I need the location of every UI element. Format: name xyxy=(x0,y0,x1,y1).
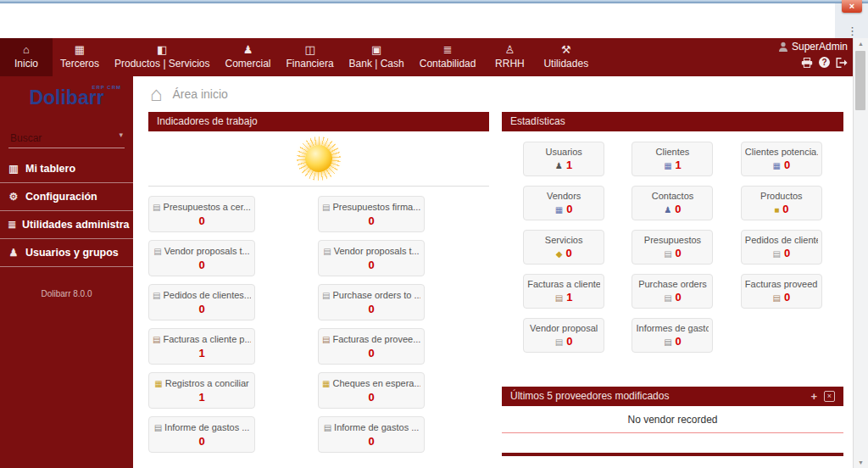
logout-icon[interactable] xyxy=(836,58,848,68)
menubar-tab-label: Comercial xyxy=(225,58,271,74)
sidebar-item-label: Mi tablero xyxy=(25,163,75,175)
menubar-tab[interactable]: ▣ Bank | Cash xyxy=(342,38,412,76)
menubar-tab-label: RRHH xyxy=(491,58,528,74)
company-icon: ▦ xyxy=(664,161,671,170)
sidebar-item[interactable]: ▥ Mi tablero xyxy=(0,155,133,183)
window-close-button[interactable]: × xyxy=(842,0,862,13)
stat-box[interactable]: Usuarios ♟1 xyxy=(523,142,604,176)
search-input[interactable] xyxy=(8,131,128,145)
work-item-label: Pedidos de clientes... xyxy=(163,290,251,300)
work-indicator-box[interactable]: ▤Informe de gastos ... 0 xyxy=(318,416,425,453)
financial-icon: ◫ xyxy=(287,42,334,58)
stat-box[interactable]: Informes de gastos ▤0 xyxy=(632,318,713,353)
work-indicator-box[interactable]: ▤Facturas a cliente p... 1 xyxy=(148,328,255,365)
menubar-tab[interactable]: ◧ Productos | Servicios xyxy=(107,38,218,76)
third-parties-icon: ▦ xyxy=(60,42,99,58)
stat-box[interactable]: Clientes ▦1 xyxy=(632,142,713,176)
breadcrumb: ⌂ Área inicio xyxy=(150,85,868,103)
work-indicator-box[interactable]: ▤Informe de gastos ... 0 xyxy=(148,416,255,453)
menubar-tab[interactable]: ♟ Comercial xyxy=(218,38,279,76)
menubar-tab[interactable]: ◫ Financiera xyxy=(279,38,342,76)
menubar-tab-label: Inicio xyxy=(8,58,45,74)
work-item-value: 0 xyxy=(153,259,251,271)
work-indicator-box[interactable]: ▤Purchase orders to ... 0 xyxy=(318,284,425,320)
menubar-tab[interactable]: ♙ RRHH xyxy=(483,38,536,76)
company-icon: ▦ xyxy=(555,205,563,214)
stat-box[interactable]: Productos ■0 xyxy=(741,186,822,220)
company-icon: ▦ xyxy=(772,161,780,170)
menubar-tab[interactable]: ⌂ Inicio xyxy=(0,38,53,76)
stat-label: Contactos xyxy=(636,191,709,201)
help-icon[interactable]: ? xyxy=(819,57,830,68)
work-item-value: 0 xyxy=(153,303,251,315)
last-vendors-header: Últimos 5 proveedores modificados + × xyxy=(502,387,843,406)
stat-box[interactable]: Servicios ◆0 xyxy=(523,230,604,265)
sidebar-item[interactable]: ⚙ Configuración xyxy=(0,183,133,211)
menubar-tab[interactable]: ≣ Contabilidad xyxy=(412,38,484,76)
work-indicators-header: Indicadores de trabajo xyxy=(148,112,489,131)
menubar-tab[interactable]: ⚒ Utilidades xyxy=(536,38,596,76)
print-icon[interactable] xyxy=(801,58,813,68)
stat-box[interactable]: Clientes potencia... ▦0 xyxy=(741,142,822,176)
window-top-edge xyxy=(0,0,868,3)
work-item-value: 0 xyxy=(322,391,420,404)
work-indicator-box[interactable]: ▤Vendor proposals t... 0 xyxy=(318,240,425,276)
work-item-label: Facturas de provee... xyxy=(332,334,420,344)
user-menu[interactable]: SuperAdmin xyxy=(778,41,848,53)
stat-box[interactable]: Facturas a clientes ▤1 xyxy=(523,274,604,309)
chevron-down-icon[interactable]: ▾ xyxy=(119,131,123,139)
vertical-scrollbar[interactable]: ▲ ▼ xyxy=(853,38,868,468)
stat-box[interactable]: Facturas proveed... ▤0 xyxy=(741,274,822,309)
work-item-value: 0 xyxy=(322,214,420,227)
sidebar-item[interactable]: ≣ Utilidades administra xyxy=(0,211,133,239)
work-indicator-box[interactable]: ▤Vendor proposals t... 0 xyxy=(148,240,255,276)
stat-value: 0 xyxy=(676,247,682,259)
stat-box[interactable]: Vendors ▦0 xyxy=(523,186,604,220)
work-indicator-box[interactable]: ▤Presupuestos firma... 0 xyxy=(318,196,425,232)
stat-value: 0 xyxy=(566,203,572,215)
stat-label: Informes de gastos xyxy=(636,323,709,333)
kebab-menu-icon[interactable]: ⋮ xyxy=(847,25,858,36)
work-indicator-box[interactable]: ▦Registros a conciliar 1 xyxy=(148,372,255,409)
scrollbar-thumb[interactable] xyxy=(855,51,865,110)
weather-section xyxy=(148,131,489,187)
stat-box[interactable]: Vendor proposal ▤0 xyxy=(523,318,604,353)
work-indicator-box[interactable]: ▤Facturas de provee... 0 xyxy=(318,328,425,365)
stat-value: 0 xyxy=(784,291,790,304)
menubar-tab-label: Bank | Cash xyxy=(349,58,404,74)
stat-label: Purchase orders xyxy=(636,279,709,289)
sidebar-item[interactable]: ♟ Usuarios y grupos xyxy=(0,239,133,267)
statistics-panel: Estadísticas Usuarios ♟1 xyxy=(502,112,843,362)
sidebar-nav: ▥ Mi tablero ⚙ Configuración ≣ Utilidade… xyxy=(0,155,133,267)
stat-value: 0 xyxy=(784,247,790,259)
expense-report-icon: ▤ xyxy=(324,423,331,432)
stat-label: Clientes potencia... xyxy=(745,147,818,157)
stat-value: 0 xyxy=(566,335,572,348)
menubar-tab-label: Financiera xyxy=(287,58,334,74)
work-indicators-panel: Indicadores de trabajo ▤Pr xyxy=(148,112,489,456)
work-item-value: 1 xyxy=(153,347,251,359)
work-item-value: 1 xyxy=(153,391,251,404)
stat-box[interactable]: Contactos ♟0 xyxy=(632,186,713,220)
menubar-tab[interactable]: ▦ Terceros xyxy=(53,38,107,76)
work-indicator-box[interactable]: ▤Presupuestos a cer... 0 xyxy=(148,196,255,232)
work-indicator-box[interactable]: ▤Pedidos de clientes... 0 xyxy=(148,284,255,320)
scroll-up-arrow[interactable]: ▲ xyxy=(854,41,868,47)
sun-weather-icon xyxy=(297,136,341,181)
work-item-value: 0 xyxy=(322,347,420,359)
invoice-icon: ▤ xyxy=(772,293,780,303)
expense-report-icon: ▤ xyxy=(154,423,162,432)
stat-box[interactable]: Purchase orders ▤0 xyxy=(632,274,713,309)
stat-box[interactable]: Pedidos de clientes ▤0 xyxy=(741,230,822,265)
work-item-label: Registros a conciliar xyxy=(165,378,249,388)
work-indicator-box[interactable]: ▦Cheques en espera... 0 xyxy=(318,372,425,409)
work-item-label: Vendor proposals t... xyxy=(164,246,250,256)
move-widget-icon[interactable]: + xyxy=(810,392,817,401)
scroll-down-arrow[interactable]: ▼ xyxy=(854,460,868,465)
work-item-label: Facturas a cliente p... xyxy=(163,334,251,344)
close-widget-icon[interactable]: × xyxy=(824,391,835,402)
user-icon xyxy=(778,42,788,52)
dolibarr-logo[interactable]: Dolibarr ERP CRM xyxy=(0,76,133,111)
stat-label: Usuarios xyxy=(527,147,600,157)
stat-box[interactable]: Presupuestos ▤0 xyxy=(632,230,713,265)
